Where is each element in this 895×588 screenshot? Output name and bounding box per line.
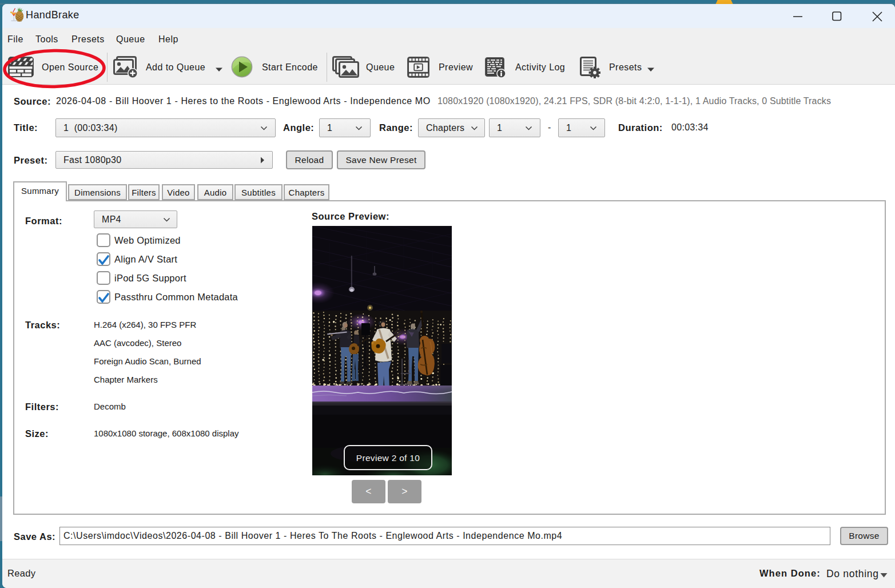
svg-text:Preview 2 of 10: Preview 2 of 10 (356, 453, 420, 463)
